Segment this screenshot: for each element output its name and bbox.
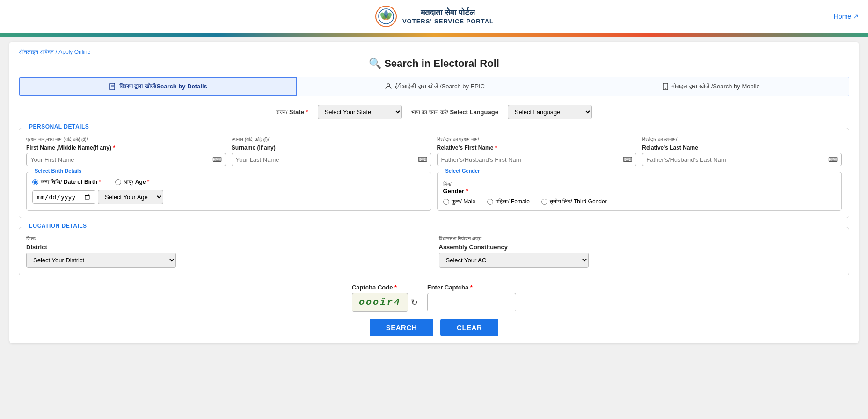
keyboard-icon-relative-first[interactable]: ⌨ — [623, 156, 632, 163]
district-select[interactable]: Select Your District — [26, 253, 176, 268]
gender-female-option[interactable]: महिला/ Female — [487, 198, 530, 205]
relative-first-name-label-english: Relative's First Name * — [437, 144, 637, 151]
captcha-code-group: Captcha Code * oooîr4 ↻ — [352, 284, 418, 312]
tab-search-by-mobile[interactable]: मोबाइल द्वारा खोजें /Search by Mobile — [573, 77, 849, 96]
captcha-section: Captcha Code * oooîr4 ↻ Enter Captcha * — [19, 284, 849, 312]
last-name-input[interactable] — [236, 156, 416, 163]
keyboard-icon-lastname[interactable]: ⌨ — [418, 156, 427, 163]
ac-field: विधानसभा निर्वाचन क्षेत्र/ Assembly Cons… — [439, 236, 842, 268]
relative-last-name-label-english: Relative's Last Name — [642, 144, 842, 151]
relative-first-name-group: रिश्तेदार का प्रथम नाम/ Relative's First… — [437, 137, 637, 166]
captcha-code-label: Captcha Code * — [352, 284, 397, 291]
tab-mobile-label: मोबाइल द्वारा खोजें /Search by Mobile — [671, 83, 760, 90]
tab-search-by-details[interactable]: विवरण द्वारा खोजें/Search by Details — [19, 77, 297, 96]
district-label-english: District — [26, 244, 430, 251]
svg-point-10 — [387, 84, 390, 87]
personal-section-title: PERSONAL DETAILS — [26, 123, 92, 130]
location-grid: जिला/ District Select Your District विधा… — [26, 236, 842, 268]
relative-last-name-group: रिश्तेदार का उपनाम/ Relative's Last Name… — [642, 137, 842, 166]
language-select[interactable]: Select Language — [508, 105, 592, 119]
birth-section-title: Select Birth Details — [32, 168, 84, 173]
button-row: SEARCH CLEAR — [19, 319, 849, 336]
captcha-enter-input[interactable] — [427, 293, 516, 311]
gender-box: Select Gender लिंग/ Gender * पुरुष/ Male — [437, 172, 842, 211]
gender-label-english: Gender * — [443, 188, 836, 195]
gradient-bar — [0, 33, 868, 37]
header-title-english: VOTERS' SERVICE PORTAL — [402, 18, 494, 25]
ac-label-english: Assembly Constituency — [439, 244, 842, 251]
gender-female-radio[interactable] — [487, 199, 493, 205]
relative-first-name-label-hindi: रिश्तेदार का प्रथम नाम/ — [437, 137, 637, 143]
captcha-image-row: oooîr4 ↻ — [352, 293, 418, 312]
svg-point-12 — [665, 88, 666, 89]
breadcrumb: ऑनलाइन आवेदन / Apply Online — [19, 49, 849, 55]
location-section-title: LOCATION DETAILS — [26, 223, 90, 229]
clear-button[interactable]: CLEAR — [440, 319, 498, 336]
first-name-group: प्रथम नाम,मध्य नाम (यदि कोई हो)/ First N… — [26, 137, 226, 166]
state-label: राज्य/ State * — [276, 108, 308, 116]
state-lang-row: राज्य/ State * Select Your State भाषा का… — [19, 105, 849, 119]
relative-last-name-label-hindi: रिश्तेदार का उपनाम/ — [642, 137, 842, 143]
ac-select[interactable]: Select Your AC — [439, 253, 589, 268]
keyboard-icon-firstname[interactable]: ⌨ — [212, 156, 222, 163]
relative-first-name-input-row: ⌨ — [437, 153, 637, 166]
breadcrumb-hindi[interactable]: ऑनलाइन आवेदन — [19, 49, 54, 55]
birth-gender-row: Select Birth Details जन्म तिथि/ Date of … — [26, 172, 842, 211]
dob-radio-option[interactable]: जन्म तिथि/ Date of Birth * — [32, 179, 101, 185]
tab-details-label: विवरण द्वारा खोजें/Search by Details — [119, 83, 207, 90]
district-label-hindi: जिला/ — [26, 236, 430, 242]
first-name-input[interactable] — [30, 156, 210, 163]
keyboard-icon-relative-last[interactable]: ⌨ — [828, 156, 838, 163]
gender-third-radio[interactable] — [541, 199, 547, 205]
last-name-input-row: ⌨ — [232, 153, 431, 166]
refresh-captcha-icon[interactable]: ↻ — [411, 297, 418, 308]
relative-last-name-input-row: ⌨ — [642, 153, 842, 166]
document-icon — [109, 83, 117, 90]
age-label-english: Age — [135, 179, 146, 185]
gender-section-title: Select Gender — [443, 168, 482, 173]
gender-label-hindi: लिंग/ — [443, 181, 836, 188]
tabs-row: विवरण द्वारा खोजें/Search by Details ईपी… — [19, 77, 849, 96]
page-title-row: 🔍 Search in Electoral Roll — [19, 58, 849, 70]
header-title-hindi: मतदाता सेवा पोर्टल — [402, 8, 494, 18]
dob-radio[interactable] — [32, 179, 38, 185]
age-label-hindi: आयु/ — [124, 179, 133, 185]
age-select[interactable]: Select Your Age — [98, 190, 163, 204]
language-label: भाषा का चयन करे/ Select Language — [411, 108, 498, 116]
age-radio[interactable] — [115, 179, 121, 185]
search-button[interactable]: SEARCH — [370, 319, 433, 336]
home-link[interactable]: Home ↗ — [834, 13, 859, 20]
svg-point-5 — [384, 10, 388, 18]
state-select[interactable]: Select Your State — [318, 105, 402, 119]
personal-details-section: PERSONAL DETAILS प्रथम नाम,मध्य नाम (यदि… — [19, 128, 849, 218]
gender-options-row: पुरुष/ Male महिला/ Female — [443, 198, 836, 205]
district-field: जिला/ District Select Your District — [26, 236, 430, 268]
ac-label-hindi: विधानसभा निर्वाचन क्षेत्र/ — [439, 236, 842, 242]
gender-third-option[interactable]: तृतीय लिंग/ Third Gender — [541, 198, 607, 205]
captcha-enter-group: Enter Captcha * — [427, 284, 516, 311]
birth-options-row: जन्म तिथि/ Date of Birth * आयु/ Age * — [32, 179, 425, 185]
first-name-label-hindi: प्रथम नाम,मध्य नाम (यदि कोई हो)/ — [26, 137, 226, 143]
page-title: 🔍 Search in Electoral Roll — [369, 58, 499, 70]
personal-fields-grid: प्रथम नाम,मध्य नाम (यदि कोई हो)/ First N… — [26, 137, 842, 166]
relative-last-name-input[interactable] — [646, 156, 826, 163]
breadcrumb-english[interactable]: / Apply Online — [56, 49, 91, 55]
first-name-input-row: ⌨ — [26, 153, 226, 166]
captcha-enter-label: Enter Captcha * — [427, 284, 473, 291]
age-radio-option[interactable]: आयु/ Age * — [115, 179, 149, 185]
dob-label-hindi: जन्म तिथि/ — [41, 179, 62, 185]
relative-first-name-input[interactable] — [441, 156, 621, 163]
header: मतदाता सेवा पोर्टल VOTERS' SERVICE PORTA… — [0, 0, 868, 33]
first-name-label-english: First Name ,Middle Name(if any) * — [26, 144, 226, 151]
header-logo: मतदाता सेवा पोर्टल VOTERS' SERVICE PORTA… — [374, 5, 494, 28]
dob-input[interactable] — [32, 190, 95, 204]
tab-search-by-epic[interactable]: ईपीआईसी द्वारा खोजें /Search by EPIC — [297, 77, 573, 96]
location-details-section: LOCATION DETAILS जिला/ District Select Y… — [19, 227, 849, 275]
captcha-image: oooîr4 — [352, 293, 408, 312]
header-title: मतदाता सेवा पोर्टल VOTERS' SERVICE PORTA… — [402, 8, 494, 25]
gender-male-option[interactable]: पुरुष/ Male — [443, 198, 476, 205]
last-name-group: उपनाम (यदि कोई हो)/ Surname (if any) ⌨ — [232, 137, 431, 166]
gender-male-radio[interactable] — [443, 199, 449, 205]
birth-details-box: Select Birth Details जन्म तिथि/ Date of … — [26, 172, 431, 211]
election-commission-logo-icon — [374, 5, 398, 28]
